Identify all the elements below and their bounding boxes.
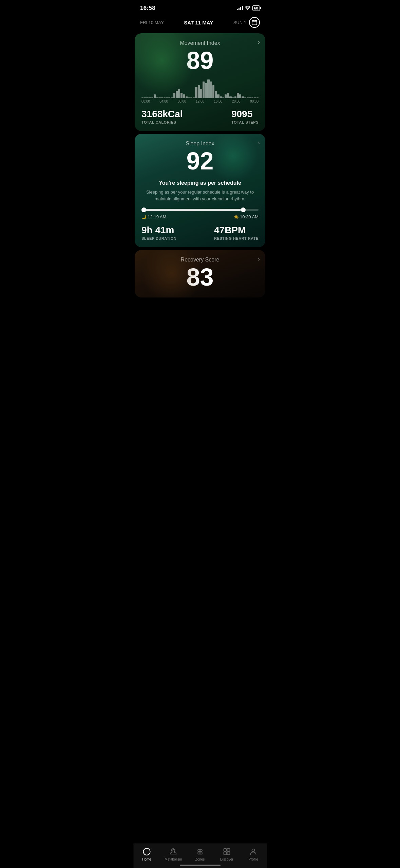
cards-container: › Movement Index 89 00:00 04:00 08:00 12… [133, 33, 267, 297]
chart-bar [176, 91, 178, 98]
calories-value: 3168 [141, 109, 163, 119]
chart-bar [254, 97, 256, 98]
recovery-card[interactable]: › Recovery Score 83 [135, 250, 265, 297]
chart-bar [203, 82, 205, 98]
chart-bar [186, 96, 188, 98]
chart-bar [205, 83, 207, 98]
heart-rate-value: 47 [214, 225, 225, 235]
chart-bar [237, 93, 239, 98]
wifi-icon [245, 5, 250, 11]
chart-bar [195, 87, 197, 98]
chart-bar [225, 94, 227, 98]
calories-label: TOTAL CALORIES [141, 120, 183, 124]
chart-bar [207, 79, 209, 98]
sleep-card[interactable]: › Sleep Index 92 You're sleeping as per … [135, 134, 265, 247]
steps-label: TOTAL STEPS [231, 120, 259, 124]
chart-bar [244, 97, 246, 98]
calendar-button[interactable] [249, 17, 260, 28]
chart-bar [173, 93, 175, 98]
sleep-minutes: 41m [155, 225, 174, 235]
scroll-area: › Movement Index 89 00:00 04:00 08:00 12… [133, 32, 267, 328]
chart-bar [247, 97, 249, 98]
status-time: 16:58 [140, 5, 155, 12]
chart-bar [141, 97, 144, 98]
chart-bar [227, 93, 229, 98]
sleep-card-arrow[interactable]: › [258, 139, 260, 146]
movement-card-arrow[interactable]: › [258, 39, 260, 46]
heart-rate-stat: 47BPM RESTING HEART RATE [214, 225, 259, 240]
sleep-track [141, 209, 259, 211]
chart-bar [215, 91, 217, 98]
heart-rate-unit: BPM [225, 225, 246, 235]
calories-unit: kCal [163, 109, 183, 119]
sleep-duration-label: SLEEP DURATION [141, 236, 176, 240]
steps-value: 9095 [231, 109, 259, 120]
recovery-score: 83 [141, 265, 259, 289]
sleep-card-title: Sleep Index [141, 141, 259, 147]
battery-icon: 60 [252, 5, 260, 11]
current-date[interactable]: SAT 11 MAY [184, 20, 213, 25]
steps-stat: 9095 TOTAL STEPS [231, 109, 259, 124]
chart-bar [229, 96, 231, 98]
signal-icon [237, 6, 243, 10]
chart-bar [200, 89, 202, 98]
recovery-card-title: Recovery Score [141, 257, 259, 263]
chart-bar [158, 97, 160, 98]
sleep-desc-text: Sleeping as per your regular schedule is… [141, 189, 259, 202]
chart-bar [156, 97, 158, 98]
chart-bar [217, 94, 219, 98]
sleep-hours: 9h [141, 225, 153, 235]
chart-bar [251, 97, 253, 98]
sleep-start-time: 12:19 AM [141, 214, 166, 219]
prev-date[interactable]: FRI 10 MAY [140, 20, 164, 25]
sleep-fill [141, 209, 241, 211]
chart-bar [242, 96, 244, 98]
chart-bar [193, 97, 195, 98]
chart-bar [166, 97, 168, 98]
movement-card-title: Movement Index [141, 40, 259, 46]
chart-bar [168, 97, 170, 98]
chart-bar [210, 82, 212, 98]
chart-bar [151, 97, 153, 98]
chart-bar [183, 94, 185, 98]
chart-bar [154, 94, 156, 98]
recovery-card-arrow[interactable]: › [258, 255, 260, 263]
sleep-timeline: 12:19 AM 10:30 AM [141, 209, 259, 219]
movement-score: 89 [141, 48, 259, 73]
sleep-desc-title: You're sleeping as per schedule [141, 180, 259, 186]
battery-level: 60 [254, 6, 258, 10]
sleep-times: 12:19 AM 10:30 AM [141, 214, 259, 219]
heart-rate-label: RESTING HEART RATE [214, 236, 259, 240]
movement-stats: 3168kCal TOTAL CALORIES 9095 TOTAL STEPS [141, 109, 259, 124]
bar-chart [141, 79, 259, 98]
sleep-score: 92 [141, 149, 259, 173]
chart-bar [190, 97, 192, 98]
chart-bar [146, 97, 148, 98]
next-date[interactable]: SUN 1 [233, 20, 246, 25]
chart-bar [180, 93, 183, 98]
movement-chart: 00:00 04:00 08:00 12:00 16:00 20:00 00:0… [141, 79, 259, 103]
chart-bar [239, 94, 241, 98]
chart-bar [234, 96, 236, 98]
chart-bar [188, 97, 190, 98]
status-icons: 60 [237, 5, 260, 11]
chart-bar [232, 97, 234, 98]
sleep-start-dot [141, 207, 146, 212]
chart-bar [161, 97, 163, 98]
chart-bar [149, 97, 151, 98]
chart-bar [222, 97, 224, 98]
chart-bar [256, 97, 259, 98]
chart-bar [198, 85, 200, 98]
movement-card[interactable]: › Movement Index 89 00:00 04:00 08:00 12… [135, 33, 265, 131]
svg-rect-0 [252, 20, 257, 25]
chart-bar [171, 97, 173, 98]
status-bar: 16:58 60 [133, 0, 267, 14]
sleep-end-time: 10:30 AM [234, 214, 259, 219]
time-labels: 00:00 04:00 08:00 12:00 16:00 20:00 00:0… [141, 100, 259, 103]
chart-bar [178, 89, 180, 98]
chart-bar [212, 85, 214, 98]
calories-stat: 3168kCal TOTAL CALORIES [141, 109, 183, 124]
chart-bar [144, 97, 146, 98]
chart-bar [220, 96, 222, 98]
chart-bar [164, 97, 166, 98]
